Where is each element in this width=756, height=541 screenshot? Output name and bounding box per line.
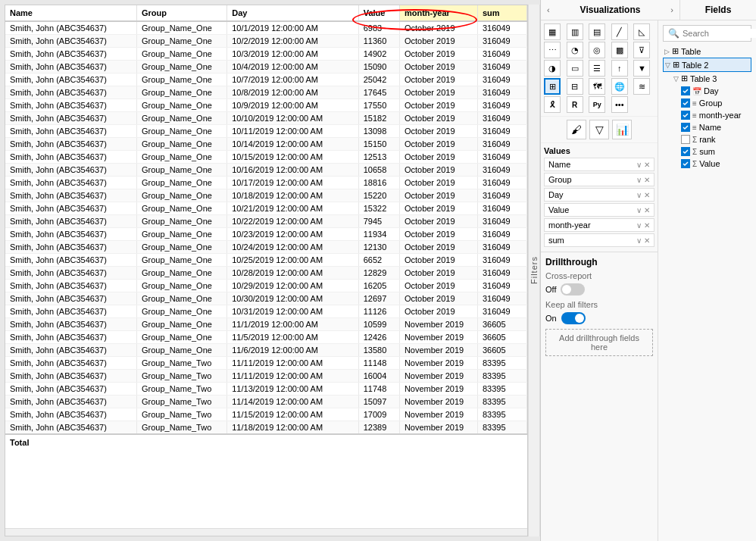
funnel-icon[interactable]: ⊽ — [633, 42, 650, 58]
monthyear-value-row[interactable]: month-year ∨ ✕ — [544, 218, 654, 232]
value-value-controls[interactable]: ∨ ✕ — [636, 206, 650, 214]
table-row: Smith, John (ABC354637)Group_Name_One10/… — [5, 267, 527, 280]
field-sum[interactable]: Σ sum — [663, 145, 751, 158]
day-remove-icon[interactable]: ✕ — [644, 191, 650, 199]
monthyear-chevron-icon[interactable]: ∨ — [636, 221, 642, 230]
table-visual-icon[interactable]: ⊞ — [544, 78, 561, 95]
cross-report-toggle[interactable] — [561, 283, 585, 296]
sum-checkbox[interactable] — [681, 147, 690, 156]
sum-value-controls[interactable]: ∨ ✕ — [636, 236, 650, 245]
map-icon[interactable]: 🗺 — [589, 78, 605, 95]
group-checkbox[interactable] — [681, 99, 690, 108]
table-header-row: Name Group Day Value month-year sum — [5, 5, 527, 21]
sum-remove-icon[interactable]: ✕ — [644, 236, 650, 245]
keep-filters-toggle[interactable] — [561, 312, 586, 324]
stacked-bar-icon[interactable]: ▥ — [567, 23, 583, 40]
col-day[interactable]: Day — [227, 5, 358, 21]
table-row: Smith, John (ABC354637)Group_Name_One10/… — [5, 73, 527, 86]
value-value-row[interactable]: Value ∨ ✕ — [544, 203, 654, 217]
treemap-icon[interactable]: ▩ — [611, 42, 628, 58]
nav-right-arrow[interactable]: › — [670, 5, 673, 14]
fields-search-input[interactable] — [683, 29, 756, 38]
pie-chart-icon[interactable]: ◔ — [567, 42, 583, 58]
fields-search-box[interactable]: 🔍 — [663, 25, 751, 42]
group-remove-icon[interactable]: ✕ — [644, 176, 650, 184]
name-checkbox[interactable] — [681, 123, 690, 132]
100-bar-icon[interactable]: ▤ — [589, 23, 605, 40]
more-visuals-icon[interactable]: ••• — [611, 96, 628, 113]
name-value-controls[interactable]: ∨ ✕ — [636, 161, 650, 169]
drillthrough-section: Drillthrough Cross-report Off Keep all f… — [541, 252, 658, 359]
sum-chevron-icon[interactable]: ∨ — [636, 236, 642, 245]
tree-item-table[interactable]: ▷ ⊞ Table — [663, 45, 751, 58]
filter-pane-icon[interactable]: ▽ — [589, 120, 609, 139]
col-name[interactable]: Name — [5, 5, 136, 21]
value-checkbox[interactable] — [681, 159, 690, 168]
table-row: Smith, John (ABC354637)Group_Name_Two11/… — [5, 357, 527, 370]
col-month-year[interactable]: month-year — [399, 5, 477, 21]
table-row: Smith, John (ABC354637)Group_Name_One11/… — [5, 318, 527, 331]
filled-map-icon[interactable]: 🌐 — [611, 78, 628, 95]
day-checkbox[interactable] — [681, 86, 690, 95]
tree-item-table2[interactable]: ▽ ⊞ Table 2 — [663, 58, 751, 72]
line-chart-icon[interactable]: ╱ — [611, 23, 628, 40]
field-group[interactable]: ≡ Group — [663, 97, 751, 109]
table-row: Smith, John (ABC354637)Group_Name_One10/… — [5, 241, 527, 254]
matrix-icon[interactable]: ⊟ — [567, 78, 583, 95]
group-value-row[interactable]: Group ∨ ✕ — [544, 173, 654, 186]
add-drillthrough-button[interactable]: Add drillthrough fields here — [545, 329, 653, 356]
col-sum[interactable]: sum — [477, 5, 526, 21]
col-group[interactable]: Group — [136, 5, 226, 21]
field-name[interactable]: ≡ Name — [663, 121, 751, 133]
kpi-icon[interactable]: ↑ — [611, 60, 628, 77]
tree-item-table3[interactable]: ▽ ⊞ Table 3 — [663, 72, 751, 85]
horizontal-scrollbar[interactable] — [5, 528, 527, 536]
group-chevron-icon[interactable]: ∨ — [636, 176, 642, 184]
col-value[interactable]: Value — [358, 5, 399, 21]
value-remove-icon[interactable]: ✕ — [644, 206, 650, 214]
multirow-card-icon[interactable]: ☰ — [589, 60, 605, 77]
ribbon-icon[interactable]: 🎗 — [544, 96, 561, 113]
waterfall-icon[interactable]: ≋ — [633, 78, 650, 95]
table-row: Smith, John (ABC354637)Group_Name_One10/… — [5, 138, 527, 151]
keep-filters-state: On — [545, 314, 557, 323]
area-chart-icon[interactable]: ◺ — [633, 23, 650, 40]
table-container[interactable]: Name Group Day Value month-year sum Smit… — [5, 5, 527, 528]
table2-expand-icon: ▽ — [665, 61, 670, 69]
python-script-icon[interactable]: Py — [589, 96, 605, 113]
field-monthyear[interactable]: ≡ month-year — [663, 109, 751, 121]
day-chevron-icon[interactable]: ∨ — [636, 191, 642, 199]
visualizations-title: Visualizations — [580, 5, 641, 15]
nav-left-arrow[interactable]: ‹ — [547, 5, 550, 14]
slicer-icon[interactable]: ▼ — [633, 60, 650, 77]
field-rank[interactable]: Σ rank — [663, 133, 751, 145]
table-row: Smith, John (ABC354637)Group_Name_One10/… — [5, 151, 527, 164]
group-value-controls[interactable]: ∨ ✕ — [636, 176, 650, 184]
scatter-chart-icon[interactable]: ⋯ — [544, 42, 561, 58]
value-chevron-icon[interactable]: ∨ — [636, 206, 642, 214]
format-icon[interactable]: 🖌 — [567, 120, 586, 139]
fields-panel: 🔍 ▷ ⊞ Table ▽ ⊞ Table 2 ▽ ⊞ Tabl — [658, 20, 756, 541]
value-field-label: Value — [699, 159, 720, 168]
donut-chart-icon[interactable]: ◎ — [589, 42, 605, 58]
analytics-icon[interactable]: 📊 — [612, 120, 632, 139]
bar-chart-icon[interactable]: ▦ — [544, 23, 561, 40]
card-icon[interactable]: ▭ — [567, 60, 583, 77]
field-value[interactable]: Σ Value — [663, 158, 751, 170]
field-day[interactable]: 📅 Day — [663, 85, 751, 97]
gauge-icon[interactable]: ◑ — [544, 60, 561, 77]
rank-checkbox[interactable] — [681, 135, 690, 144]
search-icon: 🔍 — [668, 28, 679, 39]
monthyear-checkbox[interactable] — [681, 111, 690, 120]
day-value-row[interactable]: Day ∨ ✕ — [544, 188, 654, 202]
r-script-icon[interactable]: R — [567, 96, 583, 113]
name-chevron-icon[interactable]: ∨ — [636, 161, 642, 169]
monthyear-remove-icon[interactable]: ✕ — [644, 221, 650, 230]
day-value-controls[interactable]: ∨ ✕ — [636, 191, 650, 199]
name-remove-icon[interactable]: ✕ — [644, 161, 650, 169]
name-value-row[interactable]: Name ∨ ✕ — [544, 158, 654, 171]
monthyear-value-controls[interactable]: ∨ ✕ — [636, 221, 650, 230]
sum-value-row[interactable]: sum ∨ ✕ — [544, 233, 654, 247]
panel-header: ‹ Visualizations › Fields — [541, 0, 756, 20]
table-row: Smith, John (ABC354637)Group_Name_One10/… — [5, 305, 527, 318]
